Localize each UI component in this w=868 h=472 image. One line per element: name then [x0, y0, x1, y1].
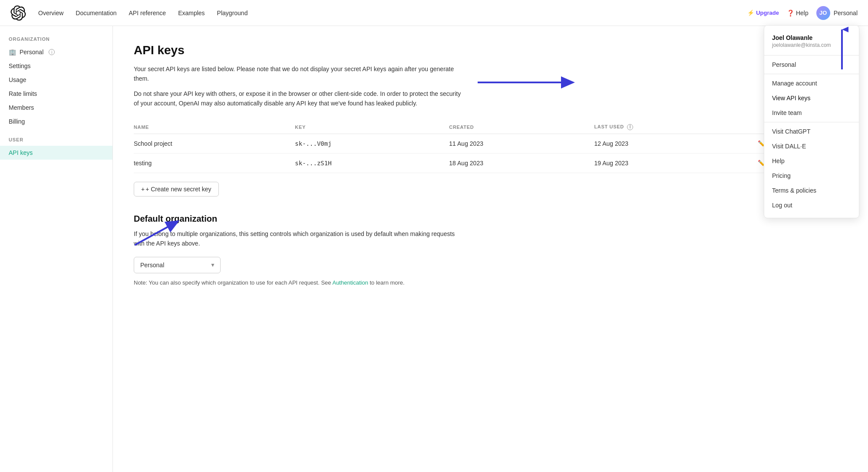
user-section-label: USER: [0, 137, 112, 142]
dropdown-divider-2: [764, 74, 859, 74]
dropdown-divider-1: [764, 55, 859, 56]
col-last-used: LAST USED i: [594, 121, 757, 134]
org-section-label: ORGANIZATION: [0, 36, 112, 42]
dropdown-visit-chatgpt[interactable]: Visit ChatGPT: [764, 124, 859, 139]
nav-api-reference[interactable]: API reference: [129, 10, 166, 16]
nav-overview[interactable]: Overview: [38, 10, 63, 16]
sidebar-item-members[interactable]: Members: [0, 101, 112, 115]
sidebar-item-rate-limits[interactable]: Rate limits: [0, 87, 112, 101]
main-content: API keys Your secret API keys are listed…: [113, 26, 868, 472]
sidebar-item-billing[interactable]: Billing: [0, 115, 112, 128]
key-created-school: 11 Aug 2023: [449, 134, 594, 153]
col-name: NAME: [134, 121, 295, 134]
openai-logo[interactable]: [10, 5, 26, 21]
org-select-wrapper: Personal ▼: [134, 257, 221, 273]
key-name-testing: testing: [134, 153, 295, 173]
dropdown-pricing[interactable]: Pricing: [764, 168, 859, 183]
top-navigation: Overview Documentation API reference Exa…: [0, 0, 868, 26]
nav-examples[interactable]: Examples: [178, 10, 205, 16]
dropdown-invite-team[interactable]: Invite team: [764, 105, 859, 120]
key-last-used-testing: 19 Aug 2023: [594, 153, 757, 173]
col-key: KEY: [295, 121, 449, 134]
key-value-testing: sk-...zS1H: [295, 153, 449, 173]
dropdown-logout[interactable]: Log out: [764, 198, 859, 213]
dropdown-help[interactable]: Help: [764, 154, 859, 168]
help-circle-icon: ❓: [787, 10, 794, 16]
key-last-used-school: 12 Aug 2023: [594, 134, 757, 153]
default-org-title: Default organization: [134, 214, 847, 224]
dropdown-divider-3: [764, 122, 859, 122]
dropdown-manage-account[interactable]: Manage account: [764, 76, 859, 91]
topnav-right: ⚡ Upgrade ❓ Help JO Personal: [747, 6, 858, 20]
table-row: testing sk-...zS1H 18 Aug 2023 19 Aug 20…: [134, 153, 847, 173]
key-created-testing: 18 Aug 2023: [449, 153, 594, 173]
key-name-school: School project: [134, 134, 295, 153]
dropdown-personal-label[interactable]: Personal: [764, 57, 859, 72]
create-secret-key-button[interactable]: + + Create new secret key: [134, 182, 219, 197]
auth-note: Note: You can also specify which organiz…: [134, 279, 847, 286]
help-button[interactable]: ❓ Help: [787, 10, 809, 16]
dropdown-terms[interactable]: Terms & policies: [764, 183, 859, 198]
table-row: School project sk-...V0mj 11 Aug 2023 12…: [134, 134, 847, 153]
dropdown-header: Joel Olawanle joelolawanle@kinsta.com: [764, 31, 859, 53]
avatar: JO: [816, 6, 830, 20]
user-name-label: Personal: [834, 10, 858, 16]
key-value-school: sk-...V0mj: [295, 134, 449, 153]
bolt-icon: ⚡: [747, 10, 754, 16]
last-used-info-icon[interactable]: i: [627, 124, 633, 130]
building-icon: 🏢: [9, 49, 16, 56]
sidebar-item-api-keys[interactable]: API keys: [0, 146, 112, 160]
user-menu-button[interactable]: JO Personal: [816, 6, 858, 20]
nav-documentation[interactable]: Documentation: [76, 10, 116, 16]
api-keys-table: NAME KEY CREATED LAST USED i School proj…: [134, 121, 847, 173]
info-icon[interactable]: i: [49, 49, 55, 55]
dropdown-user-email: joelolawanle@kinsta.com: [772, 42, 851, 48]
sidebar: ORGANIZATION 🏢 Personal i Settings Usage…: [0, 26, 113, 472]
nav-playground[interactable]: Playground: [217, 10, 248, 16]
api-keys-desc-2: Do not share your API key with others, o…: [134, 89, 464, 108]
sidebar-item-settings[interactable]: Settings: [0, 59, 112, 73]
default-org-desc: If you belong to multiple organizations,…: [134, 229, 464, 249]
nav-links: Overview Documentation API reference Exa…: [38, 10, 747, 16]
dropdown-visit-dalle[interactable]: Visit DALL·E: [764, 139, 859, 154]
plus-icon: +: [141, 186, 145, 193]
dropdown-view-api-keys[interactable]: View API keys: [764, 91, 859, 105]
col-created: CREATED: [449, 121, 594, 134]
org-select[interactable]: Personal: [134, 257, 221, 273]
upgrade-button[interactable]: ⚡ Upgrade: [747, 10, 779, 16]
page-layout: ORGANIZATION 🏢 Personal i Settings Usage…: [0, 26, 868, 472]
api-keys-desc-1: Your secret API keys are listed below. P…: [134, 64, 464, 84]
page-title: API keys: [134, 43, 847, 57]
user-dropdown-menu: Joel Olawanle joelolawanle@kinsta.com Pe…: [764, 25, 859, 218]
dropdown-user-name: Joel Olawanle: [772, 34, 851, 41]
sidebar-item-personal[interactable]: 🏢 Personal i: [0, 45, 112, 59]
authentication-link[interactable]: Authentication: [332, 279, 368, 286]
sidebar-item-usage[interactable]: Usage: [0, 73, 112, 87]
